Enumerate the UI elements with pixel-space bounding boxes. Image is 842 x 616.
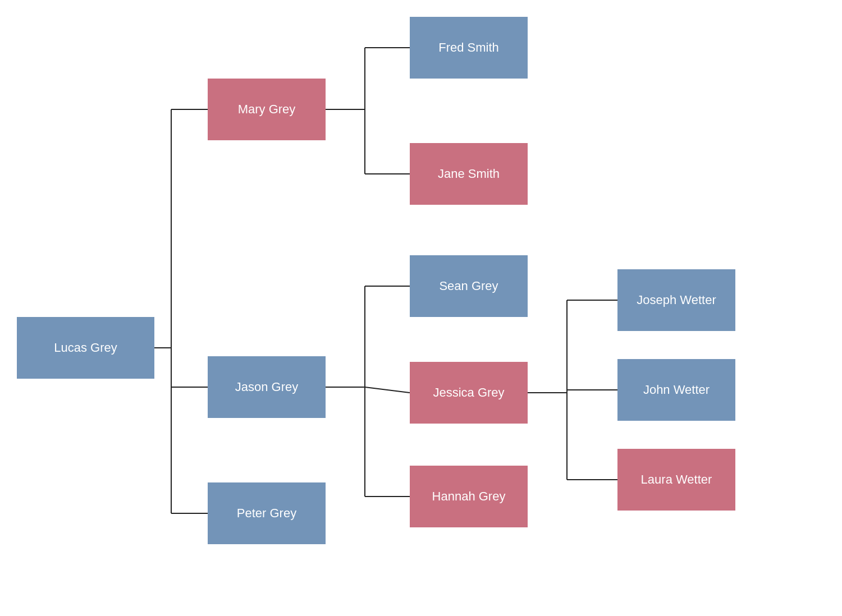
- node-peter-grey[interactable]: Peter Grey: [208, 482, 326, 544]
- node-fred-smith[interactable]: Fred Smith: [410, 17, 528, 79]
- node-mary-grey[interactable]: Mary Grey: [208, 79, 326, 140]
- node-jane-smith[interactable]: Jane Smith: [410, 143, 528, 205]
- node-jessica-grey[interactable]: Jessica Grey: [410, 362, 528, 424]
- tree-container: Lucas Grey Mary Grey Jason Grey Peter Gr…: [0, 0, 842, 616]
- node-lucas-grey[interactable]: Lucas Grey: [17, 317, 154, 379]
- node-hannah-grey[interactable]: Hannah Grey: [410, 466, 528, 527]
- node-john-wetter[interactable]: John Wetter: [617, 359, 735, 421]
- node-jason-grey[interactable]: Jason Grey: [208, 356, 326, 418]
- node-joseph-wetter[interactable]: Joseph Wetter: [617, 269, 735, 331]
- node-laura-wetter[interactable]: Laura Wetter: [617, 449, 735, 511]
- svg-line-13: [365, 387, 410, 393]
- node-sean-grey[interactable]: Sean Grey: [410, 255, 528, 317]
